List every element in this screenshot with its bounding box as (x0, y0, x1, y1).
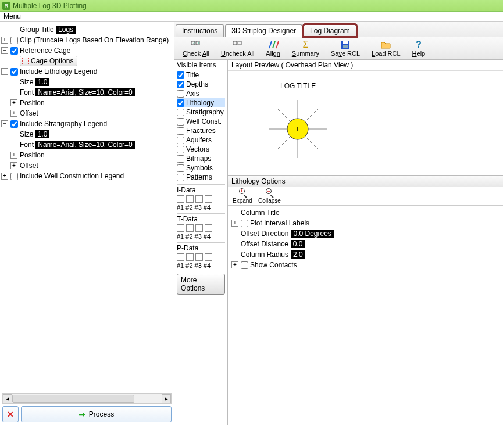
cb-p1[interactable] (177, 253, 184, 261)
tree-view: Group Title Logs + Clip (Truncate Logs B… (0, 22, 174, 393)
cb-wellconst[interactable] (177, 118, 184, 126)
svg-line-4 (269, 41, 272, 48)
cb-stratigraphy[interactable] (177, 109, 184, 116)
scroll-left-button[interactable]: ◂ (3, 394, 12, 403)
cb-aquifers[interactable] (177, 137, 184, 144)
cb-lithology[interactable] (177, 99, 184, 107)
right-panel: Instructions 3D Striplog Designer Log Di… (174, 22, 503, 425)
cb-t1[interactable] (177, 224, 184, 232)
checkbox-strat-legend[interactable] (10, 120, 18, 128)
offset-distance-value[interactable]: 0.0 (291, 240, 305, 248)
more-options-button[interactable]: More Options (177, 274, 225, 295)
align-icon (267, 40, 279, 50)
expander-litho[interactable]: − (1, 68, 8, 75)
cb-plot-interval[interactable] (241, 220, 248, 227)
arrow-right-icon: ➡ (79, 410, 85, 419)
litho-size-label: Size (20, 78, 33, 86)
cb-t2[interactable] (186, 224, 194, 232)
checkbox-litho-legend[interactable] (10, 68, 18, 76)
cb-patterns[interactable] (177, 174, 184, 181)
tab-log-diagram[interactable]: Log Diagram (304, 24, 356, 37)
preview-title-text: LOG TITLE (280, 82, 316, 90)
tool-uncheck-all[interactable]: Uncheck All (215, 38, 260, 58)
cb-depths[interactable] (177, 81, 184, 88)
expander-show-contacts[interactable]: + (231, 261, 238, 268)
expander-litho-pos[interactable]: + (10, 99, 17, 106)
strat-size-value[interactable]: 1.0 (35, 130, 50, 138)
strat-font-label: Font (20, 141, 34, 149)
menu-bar: Menu (0, 12, 503, 22)
strat-offset-label: Offset (20, 162, 38, 170)
checkbox-reference-cage[interactable] (10, 47, 18, 55)
expander-strat[interactable]: − (1, 120, 8, 127)
magnify-plus-icon: + (238, 188, 247, 198)
expander-well[interactable]: + (1, 173, 8, 180)
column-radius-value[interactable]: 2.0 (291, 250, 305, 259)
strat-font-value[interactable]: Name=Arial, Size=10, Color=0 (35, 141, 134, 149)
svg-line-5 (273, 41, 275, 48)
clip-label: Clip (Truncate Logs Based On Elevation R… (20, 36, 169, 44)
svg-rect-8 (343, 41, 348, 44)
expand-button[interactable]: + Expand (230, 188, 255, 204)
checkbox-clip[interactable] (10, 37, 18, 44)
cb-t3[interactable] (195, 224, 203, 232)
visible-items-header: Visible Items (177, 61, 225, 69)
tool-check-all[interactable]: Check All (177, 38, 215, 58)
layout-preview: LOG TITLE L (228, 71, 503, 175)
cb-i2[interactable] (186, 195, 194, 203)
tool-help[interactable]: ? Help (406, 38, 431, 58)
tool-save-rcl[interactable]: Save RCL (325, 38, 366, 58)
menu-item-menu[interactable]: Menu (3, 12, 21, 20)
group-title-label: Group Title (20, 26, 54, 34)
litho-size-value[interactable]: 1.0 (35, 78, 50, 86)
cb-i4[interactable] (205, 195, 212, 203)
cb-p2[interactable] (186, 253, 194, 261)
tab-designer[interactable]: 3D Striplog Designer (225, 24, 302, 37)
tool-summary[interactable]: Σ Summary (286, 38, 325, 58)
cb-p3[interactable] (195, 253, 203, 261)
cb-i3[interactable] (195, 195, 203, 203)
expander-clip[interactable]: + (1, 37, 8, 44)
offset-direction-value[interactable]: 0.0 Degrees (291, 230, 333, 238)
checkbox-well-legend[interactable] (10, 173, 18, 180)
cb-axis[interactable] (177, 90, 184, 98)
cb-symbols[interactable] (177, 164, 184, 172)
cb-t4[interactable] (205, 224, 212, 232)
tool-load-rcl[interactable]: Load RCL (366, 38, 406, 58)
expander-litho-offset[interactable]: + (10, 110, 17, 117)
cage-options-button[interactable]: Cage Options (20, 56, 77, 66)
tab-strip: Instructions 3D Striplog Designer Log Di… (174, 22, 503, 37)
cb-fractures[interactable] (177, 127, 184, 135)
offset-direction-label: Offset Direction (241, 230, 288, 238)
tool-align[interactable]: Align (260, 38, 286, 58)
cb-vectors[interactable] (177, 146, 184, 153)
pdata-label: P-Data (177, 244, 225, 252)
process-button[interactable]: ➡ Process (21, 406, 172, 422)
scroll-right-button[interactable]: ▸ (162, 394, 171, 403)
reference-cage-label: Reference Cage (20, 46, 70, 55)
plot-interval-label: Plot Interval Labels (250, 219, 309, 227)
group-title-value[interactable]: Logs (56, 26, 76, 34)
litho-legend-label: Include Lithology Legend (20, 67, 97, 76)
close-button[interactable]: ✕ (2, 406, 19, 422)
expander-plot-interval[interactable]: + (231, 220, 238, 227)
cb-show-contacts[interactable] (241, 261, 248, 269)
cb-i1[interactable] (177, 195, 184, 203)
collapse-button[interactable]: − Collapse (256, 188, 283, 204)
svg-rect-9 (343, 45, 348, 48)
folder-open-icon (380, 40, 392, 50)
expander-strat-offset[interactable]: + (10, 162, 17, 169)
litho-font-value[interactable]: Name=Arial, Size=10, Color=0 (35, 88, 134, 96)
tab-instructions[interactable]: Instructions (176, 24, 224, 37)
horizontal-scrollbar[interactable]: ◂ ▸ (2, 393, 172, 404)
scrollbar-thumb[interactable] (12, 395, 134, 403)
cb-bitmaps[interactable] (177, 155, 184, 163)
tdata-label: T-Data (177, 215, 225, 223)
cb-title[interactable] (177, 71, 184, 79)
svg-text:L: L (297, 126, 300, 132)
expander-strat-pos[interactable]: + (10, 152, 17, 159)
options-header: Lithology Options (228, 176, 503, 187)
app-icon: R (2, 2, 10, 10)
expander-cage[interactable]: − (1, 47, 8, 54)
cb-p4[interactable] (205, 253, 212, 261)
